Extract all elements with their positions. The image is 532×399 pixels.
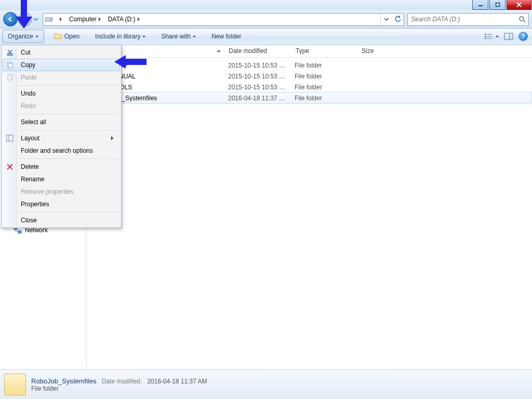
menu-select-all[interactable]: Select all [3, 116, 120, 128]
preview-pane-button[interactable] [503, 31, 514, 42]
menu-rename[interactable]: Rename [3, 173, 120, 185]
back-button[interactable] [3, 12, 18, 26]
svg-line-7 [523, 20, 525, 22]
refresh-button[interactable] [392, 14, 404, 25]
menu-undo[interactable]: Undo [3, 87, 120, 100]
include-library-button[interactable]: Include in library [89, 30, 151, 43]
maximize-button[interactable] [489, 0, 506, 10]
row-date: 2015-10-15 10:53 … [225, 62, 291, 69]
nav-history-dropdown[interactable] [32, 14, 39, 25]
svg-rect-11 [487, 34, 492, 35]
delete-icon [6, 163, 14, 171]
menu-redo: Redo [3, 100, 120, 112]
details-date-value: 2016-04-18 11:37 AM [147, 378, 207, 385]
menu-close[interactable]: Close [3, 214, 120, 227]
folder-open-icon [54, 32, 62, 41]
svg-rect-13 [487, 38, 492, 39]
menu-delete[interactable]: Delete [3, 161, 120, 173]
column-size[interactable]: Size [358, 45, 532, 57]
open-button[interactable]: Open [48, 30, 85, 43]
column-type[interactable]: Type [292, 45, 358, 57]
svg-rect-9 [485, 36, 486, 37]
row-type: File folder [291, 62, 357, 69]
breadcrumb-data-d[interactable]: DATA (D:) [106, 14, 145, 25]
address-row: Computer DATA (D:) [0, 10, 532, 29]
svg-rect-1 [496, 3, 499, 7]
help-button[interactable]: ? [518, 32, 528, 41]
row-date: 2015-10-15 10:53 … [225, 73, 291, 80]
scissors-icon [6, 48, 14, 57]
sort-ascending-icon [217, 48, 221, 52]
new-folder-label: New folder [211, 33, 241, 40]
row-date: 2016-04-18 11:37 … [225, 95, 291, 102]
command-bar: Organize Open Include in library Share w… [0, 28, 532, 45]
organize-label: Organize [8, 33, 33, 40]
table-row[interactable]: …ob_Systemfiles2016-04-18 11:37 …File fo… [94, 92, 532, 104]
submenu-arrow-icon [111, 136, 115, 140]
menu-properties[interactable]: Properties [3, 198, 120, 210]
organize-menu: Cut Copy Paste Undo Redo Select all Layo… [1, 45, 122, 228]
breadcrumb-label: Computer [69, 16, 97, 23]
table-row[interactable]: …KUP2015-10-15 10:53 …File folder [94, 60, 532, 71]
table-row[interactable]: …ANUAL2015-10-15 10:53 …File folder [94, 71, 532, 82]
menu-layout[interactable]: Layout [3, 132, 120, 144]
window-controls [472, 0, 532, 10]
share-label: Share with [161, 33, 191, 40]
details-thumbnail-icon [4, 374, 26, 395]
menu-folder-options[interactable]: Folder and search options [3, 144, 120, 157]
copy-icon [6, 61, 14, 69]
column-headers: Name Date modified Type Size [87, 45, 532, 58]
breadcrumb-computer[interactable]: Computer [67, 14, 106, 25]
row-date: 2015-10-15 10:53 … [225, 84, 291, 91]
menu-cut[interactable]: Cut [3, 46, 120, 59]
breadcrumb-label: DATA (D:) [108, 16, 136, 23]
menu-remove-props: Remove properties [3, 185, 120, 198]
svg-rect-8 [485, 34, 486, 35]
new-folder-button[interactable]: New folder [206, 30, 247, 43]
svg-rect-10 [485, 38, 486, 39]
svg-point-6 [520, 17, 524, 21]
menu-copy[interactable]: Copy [3, 59, 120, 71]
search-icon[interactable] [516, 16, 528, 23]
breadcrumb-root-arrow[interactable] [56, 14, 67, 25]
svg-point-5 [50, 19, 51, 20]
minimize-button[interactable] [472, 0, 488, 10]
svg-rect-12 [487, 36, 492, 37]
share-with-button[interactable]: Share with [155, 30, 202, 43]
search-box [407, 13, 529, 26]
organize-button[interactable]: Organize [2, 30, 44, 43]
column-date[interactable]: Date modified [225, 45, 292, 57]
file-list: Name Date modified Type Size …KUP2015-10… [87, 45, 532, 374]
close-button[interactable] [507, 0, 531, 10]
svg-rect-26 [7, 135, 13, 141]
view-options-dropdown[interactable] [496, 36, 499, 39]
details-name: RoboJob_Systemfiles [31, 377, 97, 385]
search-input[interactable] [408, 15, 516, 23]
layout-icon [6, 134, 14, 142]
details-date-label: Date modified: [102, 378, 142, 385]
address-bar[interactable]: Computer DATA (D:) [43, 13, 404, 26]
row-type: File folder [291, 73, 357, 80]
table-row[interactable]: …OOLS2015-10-15 10:53 …File folder [94, 82, 532, 92]
svg-rect-14 [504, 33, 513, 39]
details-pane: RoboJob_Systemfiles Date modified: 2016-… [0, 369, 532, 399]
open-label: Open [64, 33, 79, 40]
drive-icon [44, 15, 54, 23]
paste-icon [6, 73, 14, 82]
forward-button[interactable] [18, 12, 32, 26]
row-type: File folder [291, 95, 357, 102]
svg-rect-25 [9, 74, 11, 75]
include-label: Include in library [95, 33, 140, 40]
details-type: File folder [31, 385, 207, 392]
svg-rect-24 [8, 75, 12, 80]
svg-rect-23 [9, 63, 12, 68]
view-options-button[interactable] [483, 31, 495, 42]
row-type: File folder [291, 84, 357, 91]
menu-paste: Paste [3, 71, 120, 84]
address-dropdown[interactable] [381, 14, 392, 25]
